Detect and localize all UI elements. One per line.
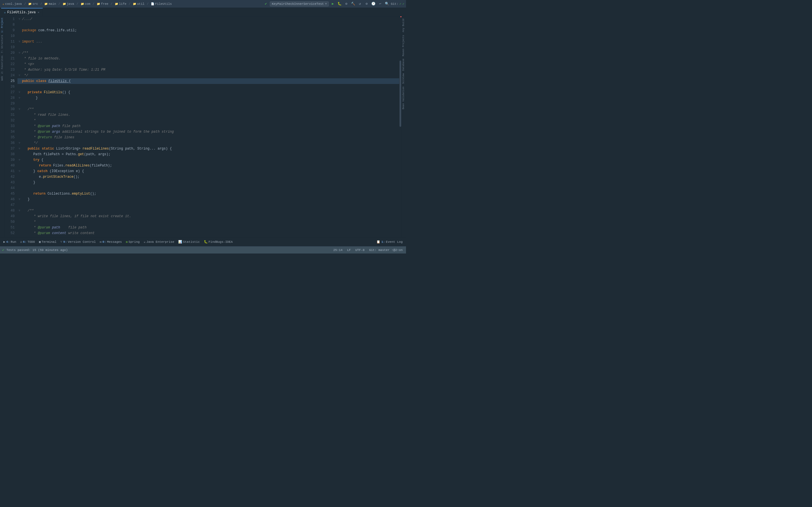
breadcrumb-java2[interactable]: 📁 java: [62, 2, 75, 6]
tab-label: FileUtils.java: [7, 10, 36, 14]
line-separator[interactable]: LF: [346, 248, 352, 252]
tool-vcs[interactable]: ⑂ 9: Version Control: [59, 239, 97, 244]
code-line-21: * file io methods.: [17, 56, 399, 61]
tab-bar: ☕ FileUtils.java ✕: [0, 8, 406, 16]
code-line-36: ▽ */: [17, 140, 399, 146]
code-line-43: }: [17, 180, 399, 185]
fold-28[interactable]: ▽: [17, 96, 21, 100]
scroll-thumb[interactable]: [400, 61, 401, 127]
search-button[interactable]: 🔍: [384, 1, 390, 7]
terminal-icon: ▣: [39, 240, 41, 244]
breadcrumb-bar: ☕ cool.java / 📁 src / 📁 main / 📁 java / …: [0, 0, 406, 8]
statistic-icon: 📊: [178, 240, 182, 244]
rebuild-button[interactable]: ↺: [357, 1, 363, 7]
dropdown-arrow-icon: ▼: [325, 2, 327, 6]
fold-36[interactable]: ▽: [17, 141, 21, 145]
event-log-icon: 📋: [376, 240, 380, 244]
line-col[interactable]: 25:14: [332, 248, 344, 252]
todo-icon: ☑: [20, 240, 22, 244]
fold-37[interactable]: ▽: [17, 147, 21, 151]
error-marker: [400, 16, 402, 17]
fold-41[interactable]: ▽: [17, 169, 21, 173]
code-line-41: ▽ } catch ( IOException e) {: [17, 168, 399, 174]
tab-fileutils[interactable]: ☕ FileUtils.java ✕: [1, 8, 43, 16]
undo-button[interactable]: ↩: [377, 1, 383, 7]
status-bar: ✔ Tests passed: 15 (59 minutes ago) 25:1…: [0, 246, 406, 253]
tool-event-log[interactable]: 📋 1: Event Log: [375, 239, 404, 244]
tool-todo[interactable]: ☑ 6: TODO: [18, 239, 37, 244]
fold-11[interactable]: ▽: [17, 40, 21, 44]
fold-46[interactable]: ▽: [17, 198, 21, 202]
settings-button[interactable]: ⚙: [364, 1, 369, 7]
fold-1[interactable]: ▽: [17, 17, 21, 21]
code-line-39: ▽ try {: [17, 157, 399, 163]
code-editor[interactable]: ▽ /.../ package com.free.life.util ; ▽ i…: [16, 16, 399, 237]
scrollbar[interactable]: [399, 16, 402, 237]
tool-run[interactable]: ▶ 4: Run: [2, 239, 18, 244]
fold-20[interactable]: ▽: [17, 51, 21, 55]
tool-spring[interactable]: ✿ Spring: [124, 239, 141, 244]
fold-30[interactable]: ▽: [17, 107, 21, 111]
breadcrumb-src[interactable]: 📁 src: [28, 2, 39, 6]
line-numbers: 1 8 9 10 11 19 20 21 22 23 24 25 26 27 2…: [4, 16, 16, 237]
code-line-26: [17, 84, 399, 90]
code-line-53: * @param args additional strings to be j…: [17, 236, 399, 237]
fold-27[interactable]: ▽: [17, 91, 21, 94]
breadcrumb-main[interactable]: 📁 main: [43, 2, 57, 6]
sidebar-project[interactable]: 1: Project: [1, 16, 4, 34]
check-icon[interactable]: ✔: [263, 1, 269, 7]
run-icon: ▶: [3, 240, 5, 244]
code-line-30: ▽ /**: [17, 107, 399, 112]
panel-sciview[interactable]: SciView: [402, 72, 406, 85]
run-config-select[interactable]: KeyPairCheckInnerServiceTest ▼: [270, 1, 329, 6]
tool-java-enterprise[interactable]: ☕ Java Enterprise: [142, 239, 176, 244]
test-status-text[interactable]: Tests passed: 15 (59 minutes ago): [5, 248, 69, 252]
encoding[interactable]: UTF-8: [354, 248, 366, 252]
code-line-46: ▽ }: [17, 196, 399, 202]
folder-icon: 📁: [63, 2, 66, 6]
debug-button[interactable]: 🐛: [337, 1, 342, 7]
panel-database[interactable]: Database: [402, 57, 406, 72]
tool-findbugs[interactable]: 🐛 FindBugs-IDEA: [202, 239, 235, 244]
breadcrumb-java[interactable]: ☕ cool.java: [2, 2, 22, 6]
tab-close-button[interactable]: ✕: [37, 10, 40, 14]
build-button[interactable]: 🔨: [350, 1, 356, 7]
tool-terminal[interactable]: ▣ Terminal: [37, 239, 58, 244]
findbugs-icon: 🐛: [204, 240, 208, 244]
code-line-25: public class FileUtils {: [17, 78, 399, 84]
history-button[interactable]: 🕐: [370, 1, 376, 7]
sidebar-web[interactable]: Web: [1, 75, 4, 82]
git-branch[interactable]: Git: master ↑@2↑on: [368, 248, 404, 252]
sidebar-favorites[interactable]: 2: Favorites: [1, 54, 4, 75]
fold-24[interactable]: ▽: [17, 73, 21, 77]
code-line-49: * write file lines, if file not exist cr…: [17, 214, 399, 219]
breadcrumb-free[interactable]: 📁 free: [96, 2, 109, 6]
code-line-9: package com.free.life.util ;: [17, 27, 399, 33]
sidebar-structure[interactable]: 7: Structure: [1, 34, 4, 54]
bottom-toolbar: ▶ 4: Run ☑ 6: TODO ▣ Terminal ⑂ 9: Versi…: [0, 237, 406, 246]
panel-any-build[interactable]: Any Build: [402, 17, 406, 34]
code-line-19: [17, 45, 399, 50]
breadcrumb-fileutils[interactable]: 📄 FileUtils: [150, 2, 172, 6]
panel-maven[interactable]: Maven Projects: [402, 34, 406, 57]
fold-39[interactable]: ▽: [17, 158, 21, 162]
panel-bean-validation[interactable]: Bean Validation: [402, 86, 406, 110]
tool-messages[interactable]: ✉ 0: Messages: [98, 239, 124, 244]
folder-icon: 📁: [81, 2, 84, 6]
tool-statistic[interactable]: 📊 Statistic: [176, 239, 201, 244]
code-line-44: [17, 185, 399, 191]
code-line-24: ▽ */: [17, 73, 399, 78]
git-check1: ✓: [400, 2, 402, 6]
code-line-34: * @param args additional strings to be j…: [17, 129, 399, 135]
java-icon: ☕: [3, 2, 4, 6]
run-config-area: ✔ KeyPairCheckInnerServiceTest ▼ ▶ 🐛 ⚙ 🔨…: [263, 1, 404, 7]
fold-48[interactable]: ▽: [17, 209, 21, 213]
coverage-button[interactable]: ⚙: [343, 1, 349, 7]
breadcrumb-util[interactable]: 📁 util: [132, 2, 145, 6]
java-enterprise-icon: ☕: [144, 240, 146, 244]
breadcrumb-life[interactable]: 📁 life: [114, 2, 127, 6]
run-button[interactable]: ▶: [330, 1, 336, 7]
breadcrumb-com[interactable]: 📁 com: [80, 2, 91, 6]
code-line-33: * @param path file path: [17, 123, 399, 129]
code-line-23: * Author: yzq Date: 5/3/16 Time: 1:21 PM: [17, 67, 399, 73]
